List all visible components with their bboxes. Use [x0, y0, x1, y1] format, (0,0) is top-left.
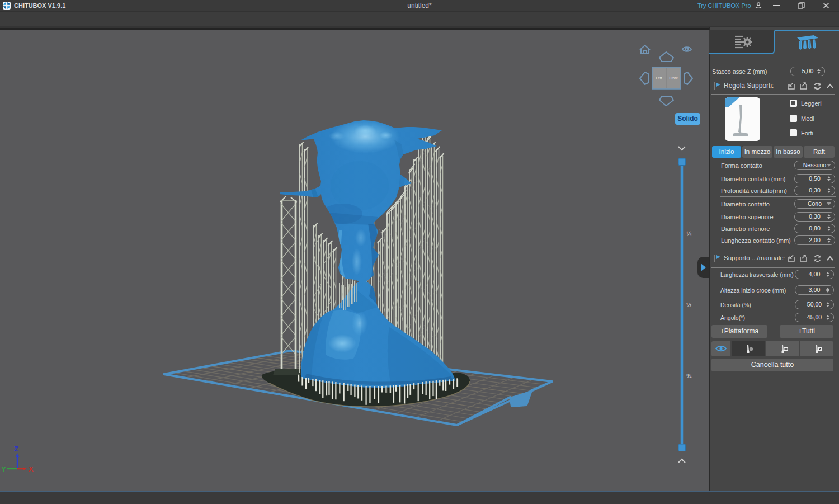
svg-text:X: X	[29, 465, 34, 473]
svg-text:Z: Z	[14, 445, 18, 453]
svg-text:¾: ¾	[686, 373, 692, 379]
svg-text:Front: Front	[669, 76, 677, 80]
svg-text:Y: Y	[1, 465, 6, 473]
svg-text:½: ½	[686, 302, 691, 308]
svg-text:¼: ¼	[686, 230, 692, 237]
svg-text:Left: Left	[656, 76, 662, 80]
